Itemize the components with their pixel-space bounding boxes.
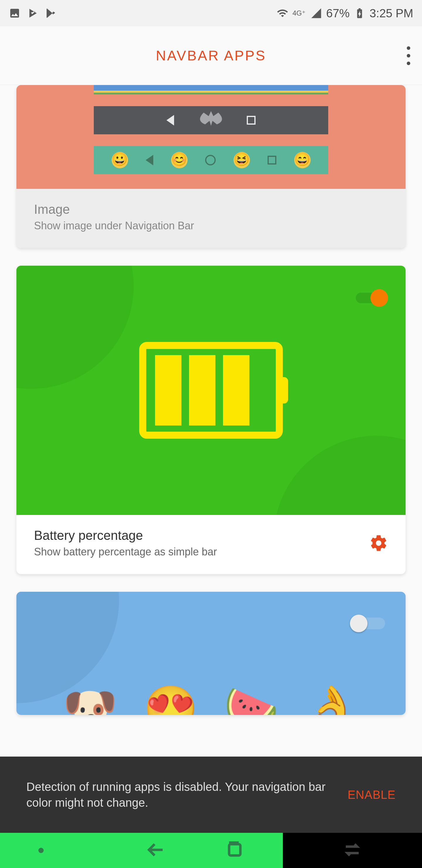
content-scroll[interactable]: Image Show image under Navigation Bar Ba… bbox=[0, 85, 422, 756]
battery-illustration-icon bbox=[139, 342, 283, 439]
emoji-icon bbox=[171, 152, 188, 168]
dog-emoji-icon: 🐶 bbox=[63, 686, 118, 715]
verified-icon bbox=[27, 7, 39, 19]
battery-toggle[interactable] bbox=[356, 290, 388, 305]
card-emoji[interactable]: 🐶 😍 🍉 👌 bbox=[17, 592, 405, 715]
emoji-icon bbox=[294, 152, 311, 168]
snackbar-enable-button[interactable]: ENABLE bbox=[348, 788, 396, 801]
battery-charging-icon bbox=[354, 7, 365, 19]
gear-icon bbox=[369, 534, 388, 553]
card-battery-hero bbox=[17, 266, 405, 515]
nav-switch-button[interactable] bbox=[343, 840, 362, 861]
nav-recent-button[interactable] bbox=[225, 840, 245, 861]
clock-label: 3:25 PM bbox=[369, 7, 413, 20]
system-nav-bar bbox=[0, 833, 422, 868]
status-bar: 4G⁺ 67% 3:25 PM bbox=[0, 0, 422, 26]
play-store-icon bbox=[45, 7, 57, 19]
switch-icon bbox=[343, 840, 362, 860]
card-image-hero bbox=[17, 85, 405, 189]
card-image-subtitle: Show image under Navigation Bar bbox=[34, 220, 388, 232]
app-title: NAVBAR APPS bbox=[156, 48, 266, 64]
emoji-toggle[interactable] bbox=[350, 615, 385, 630]
more-options-button[interactable] bbox=[407, 46, 410, 65]
batman-icon bbox=[191, 110, 231, 127]
emoji-icon bbox=[234, 152, 250, 168]
battery-settings-button[interactable] bbox=[369, 534, 388, 553]
card-battery-subtitle: Show battery percentage as simple bar bbox=[34, 546, 369, 558]
sample-navbar-emoji bbox=[94, 146, 328, 174]
sample-navbar-batman bbox=[94, 106, 328, 134]
snackbar: Detection of running apps is disabled. Y… bbox=[0, 756, 422, 833]
card-image-title: Image bbox=[34, 202, 388, 217]
heart-eyes-emoji-icon: 😍 bbox=[143, 686, 198, 715]
snackbar-message: Detection of running apps is disabled. Y… bbox=[26, 779, 348, 810]
signal-icon bbox=[310, 7, 322, 19]
wifi-icon bbox=[277, 7, 288, 19]
network-type-label: 4G⁺ bbox=[292, 9, 306, 17]
card-emoji-hero: 🐶 😍 🍉 👌 bbox=[17, 592, 405, 715]
card-image[interactable]: Image Show image under Navigation Bar bbox=[17, 85, 405, 248]
card-image-body: Image Show image under Navigation Bar bbox=[17, 189, 405, 248]
emoji-icon bbox=[112, 152, 128, 168]
battery-percent-label: 67% bbox=[326, 7, 350, 20]
gallery-icon bbox=[9, 7, 21, 19]
card-battery-body: Battery percentage Show battery percenta… bbox=[17, 515, 405, 574]
svg-rect-0 bbox=[229, 844, 240, 856]
card-battery-title: Battery percentage bbox=[34, 528, 369, 543]
nav-indicator-dot bbox=[38, 848, 44, 853]
back-arrow-icon bbox=[147, 840, 166, 860]
app-bar: NAVBAR APPS bbox=[0, 26, 422, 85]
sample-navbar-colored bbox=[94, 85, 328, 94]
nav-back-button[interactable] bbox=[147, 840, 166, 861]
watermelon-emoji-icon: 🍉 bbox=[224, 686, 279, 715]
card-battery[interactable]: Battery percentage Show battery percenta… bbox=[17, 266, 405, 574]
ok-hand-emoji-icon: 👌 bbox=[304, 686, 359, 715]
recent-apps-icon bbox=[225, 840, 245, 860]
